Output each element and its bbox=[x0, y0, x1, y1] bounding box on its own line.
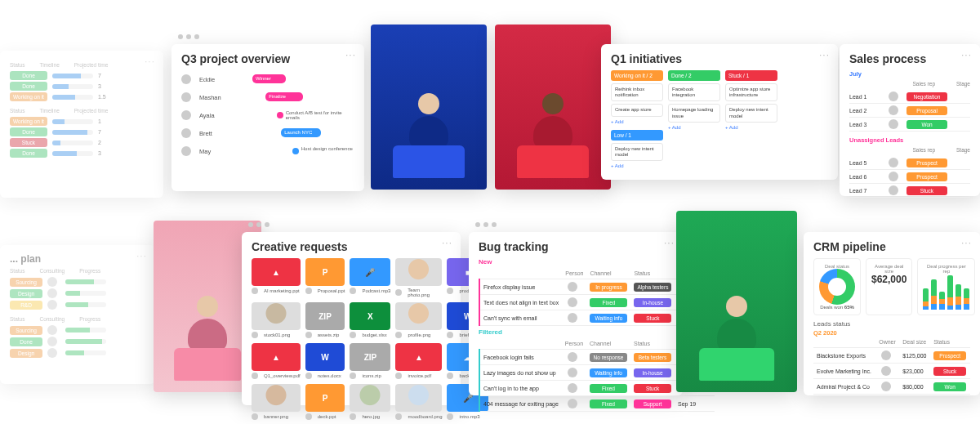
file-caption: budget.xlsx bbox=[350, 330, 390, 338]
status-group-2: Working on it1 Done7 Stuck2 Done3 bbox=[10, 117, 154, 158]
file-caption: Q1_overview.pdf bbox=[252, 371, 301, 379]
file-thumb[interactable]: ▲ bbox=[395, 343, 442, 371]
group-header[interactable]: New bbox=[479, 258, 673, 266]
table-row[interactable]: Design bbox=[10, 348, 145, 358]
file-thumb[interactable]: ZIP bbox=[305, 302, 345, 330]
status-card-a: ··· StatusTimelineProjected time Done7 D… bbox=[0, 51, 163, 198]
file-thumb[interactable]: W bbox=[305, 343, 345, 371]
file-caption: assets.zip bbox=[305, 330, 345, 338]
more-icon[interactable]: ··· bbox=[664, 237, 675, 248]
table-row[interactable]: 404 message for exiting pageFixedSupport… bbox=[479, 396, 715, 412]
card-title: CRM pipeline bbox=[813, 240, 970, 253]
table-row[interactable]: Evolve Marketing Inc.$23,000Stuck bbox=[813, 364, 970, 379]
file-thumb[interactable] bbox=[395, 258, 442, 286]
table-row[interactable]: Design bbox=[10, 288, 145, 298]
table-row[interactable]: Blackstone Exports$125,000Prospect bbox=[813, 348, 970, 364]
file-caption: hero.jpg bbox=[350, 412, 390, 420]
more-icon[interactable]: ··· bbox=[345, 49, 356, 60]
creative-card: ··· Creative requests ▲AI marketing.pptP… bbox=[242, 232, 461, 405]
stacked-bars bbox=[923, 274, 969, 310]
file-thumb[interactable] bbox=[252, 302, 301, 330]
file-thumb[interactable]: P bbox=[305, 384, 345, 412]
card-title: Bug tracking bbox=[479, 240, 673, 253]
file-thumb[interactable]: ▲ bbox=[252, 343, 301, 371]
add-button[interactable]: + Add bbox=[611, 163, 663, 168]
gantt-chart: EddieWinner campaign performance MashanF… bbox=[181, 70, 354, 160]
table-row[interactable]: R&D bbox=[10, 300, 145, 310]
file-caption: icons.zip bbox=[350, 371, 390, 379]
add-button[interactable]: + Add bbox=[611, 119, 663, 124]
window-controls bbox=[178, 34, 199, 39]
file-caption: profile.png bbox=[395, 330, 442, 338]
file-thumb[interactable] bbox=[395, 384, 442, 412]
window-controls bbox=[248, 222, 270, 227]
table-row[interactable]: Done bbox=[10, 337, 145, 346]
file-caption: deck.ppt bbox=[305, 412, 345, 420]
kanban-col-header[interactable]: Working on it / 2 bbox=[611, 70, 663, 81]
leads-table: OwnerDeal sizeStatus Blackstone Exports$… bbox=[813, 337, 970, 395]
kanban-col-header[interactable]: Stuck / 1 bbox=[725, 70, 777, 81]
file-thumb[interactable]: P bbox=[305, 258, 345, 286]
file-caption: moodboard.png bbox=[395, 412, 442, 420]
group-unassigned[interactable]: Unassigned Leads bbox=[849, 136, 970, 144]
table-row[interactable]: Sourcing bbox=[10, 325, 145, 335]
table-row[interactable]: Lead 3Won bbox=[849, 118, 970, 132]
file-caption: Podcast.mp3 bbox=[350, 286, 390, 294]
more-icon[interactable]: ··· bbox=[961, 237, 972, 248]
file-thumb[interactable]: X bbox=[350, 302, 390, 330]
kpi-deal-status: Deal status Deals won 65% bbox=[813, 258, 861, 315]
kanban-card-item[interactable]: Deploy new intent model bbox=[725, 104, 777, 122]
table-row[interactable]: Lead 7Stuck bbox=[849, 184, 970, 198]
card-title: Creative requests bbox=[252, 240, 451, 253]
file-caption: stock01.png bbox=[252, 330, 301, 338]
table-row[interactable]: Lead 2Proposal bbox=[849, 104, 970, 118]
file-thumb[interactable] bbox=[395, 302, 442, 330]
file-caption: notes.docx bbox=[305, 371, 345, 379]
kpi-progress: Deal progress per rep bbox=[917, 258, 975, 315]
table-row[interactable]: Lead 5Prospect bbox=[849, 156, 970, 170]
file-caption: intro.mp3 bbox=[447, 412, 488, 420]
kpi-avg-deal: Average deal size $62,000 bbox=[866, 258, 912, 315]
table-row[interactable]: Lead 1Negotiation bbox=[849, 90, 970, 104]
bug-card: ··· Bug tracking NewPersonChannelStatusP… bbox=[469, 232, 683, 395]
file-thumb[interactable] bbox=[252, 384, 301, 412]
kanban-board: Working on it / 2Rethink inbox notificat… bbox=[611, 70, 828, 168]
add-button[interactable]: + Add bbox=[668, 125, 720, 130]
sales-card: ··· Sales process July Sales repStage Le… bbox=[840, 44, 980, 196]
kanban-card-item[interactable]: Optimize app store infrastructure bbox=[725, 83, 777, 101]
kanban-card: ··· Q1 initiatives Working on it / 2Reth… bbox=[601, 44, 838, 180]
more-icon[interactable]: ··· bbox=[442, 237, 452, 248]
kanban-card-item[interactable]: Homepage loading issue bbox=[668, 104, 720, 122]
kanban-col-header[interactable]: Done / 2 bbox=[668, 70, 720, 81]
file-thumb[interactable]: ZIP bbox=[350, 343, 390, 371]
card-title: Q1 initiatives bbox=[611, 52, 828, 65]
crm-card: ··· CRM pipeline Deal status Deals won 6… bbox=[804, 232, 980, 395]
file-caption: banner.png bbox=[252, 412, 301, 420]
add-button[interactable]: + Add bbox=[725, 125, 777, 130]
card-title: Q3 project overview bbox=[181, 52, 354, 65]
more-icon[interactable]: ··· bbox=[145, 56, 155, 67]
file-caption: Team photo.png bbox=[395, 286, 442, 297]
group-q2[interactable]: Q2 2020 bbox=[813, 329, 970, 337]
more-icon[interactable]: ··· bbox=[819, 49, 830, 60]
group-july[interactable]: July bbox=[849, 70, 970, 78]
card-title: Sales process bbox=[849, 52, 970, 65]
more-icon[interactable]: ··· bbox=[136, 250, 147, 261]
table-row[interactable]: Admiral Project & Co$80,000Won bbox=[813, 379, 970, 395]
file-grid: ▲AI marketing.pptPProposal.ppt🎤Podcast.m… bbox=[252, 258, 451, 420]
section-header: Leads status bbox=[813, 320, 970, 328]
group-header[interactable]: Filtered bbox=[479, 328, 673, 336]
table-row[interactable]: Sourcing bbox=[10, 277, 145, 287]
kanban-card-item[interactable]: Rethink inbox notification bbox=[611, 83, 663, 101]
kanban-card-item[interactable]: Deploy new intent model bbox=[611, 143, 663, 161]
photo-green bbox=[676, 211, 797, 392]
file-thumb[interactable]: 🎤 bbox=[350, 258, 390, 286]
file-thumb[interactable]: ▲ bbox=[252, 258, 301, 286]
kanban-col-header[interactable]: Low / 1 bbox=[611, 130, 663, 141]
kanban-card-item[interactable]: Create app store bbox=[611, 104, 663, 116]
kanban-card-item[interactable]: Facebook integration bbox=[668, 83, 720, 101]
file-thumb[interactable] bbox=[350, 384, 390, 412]
plan-card: ··· ... plan StatusConsultingProgress So… bbox=[0, 245, 155, 384]
more-icon[interactable]: ··· bbox=[961, 49, 972, 60]
table-row[interactable]: Lead 6Prospect bbox=[849, 170, 970, 184]
